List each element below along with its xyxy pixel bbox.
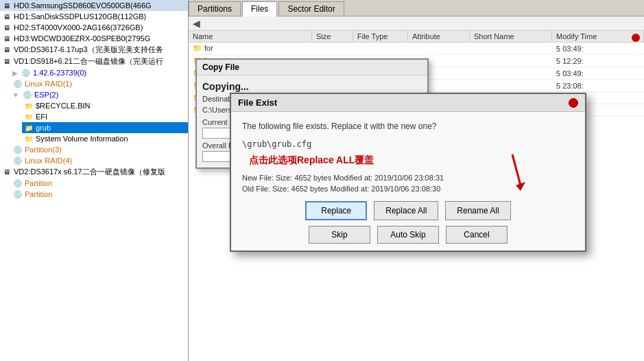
hdd-icon [1, 34, 12, 43]
folder-icon [23, 123, 34, 132]
tree-label: EFI [36, 113, 47, 121]
partition-icon: 💿 [12, 178, 23, 188]
tree-label: Linux RAID(4) [25, 156, 72, 165]
file-exist-close-button[interactable] [569, 98, 578, 108]
table-row[interactable]: 📁 for 5 03:49: [189, 43, 644, 55]
folder-icon [23, 134, 34, 143]
col-attribute: Attribute [408, 31, 470, 42]
right-panel: Partitions Files Sector Editor ◀ Name Si… [189, 0, 644, 361]
annotation-text: 点击此选项Replace ALL覆盖 [249, 154, 374, 167]
tab-sector-editor[interactable]: Sector Editor [278, 1, 344, 16]
tree-item-vd2[interactable]: VD2:DS3617x s6.17二合一硬盘镜像（修复版 [0, 166, 188, 178]
replace-all-button[interactable]: Replace All [374, 201, 438, 220]
file-exist-dialog: File Exist The following file exists. Re… [230, 93, 586, 252]
tree-label: HD1:SanDiskSSDPLUS120GB(112GB) [14, 12, 146, 21]
col-short-name: Short Name [470, 31, 552, 42]
tree-label: Partition [25, 179, 52, 187]
tree-item-vd0[interactable]: VD0:DS3617-6.17up3（完美版完美支持任务 [0, 44, 188, 56]
tree-item-hd1[interactable]: HD1:SanDiskSSDPLUS120GB(112GB) [0, 11, 188, 22]
tree-label: Partition [25, 190, 52, 198]
tree-label: HD3:WDCWD30EZRX-00SPEB0(2795G [14, 34, 150, 43]
tree-item-partition-vd2-1[interactable]: 💿 Partition [11, 178, 188, 189]
hdd-icon [1, 45, 12, 55]
column-header-row: Name Size File Type Attribute Short Name… [189, 31, 644, 43]
tree-label: VD1:DS918+6.21二合一磁盘镜像（完美运行 [14, 56, 163, 67]
tree-label: HD0:SamsungSSD860EVO500GB(466G [14, 1, 152, 10]
auto-skip-button[interactable]: Auto Skip [377, 226, 439, 244]
hdd-icon [1, 23, 12, 32]
hdd-icon [1, 57, 12, 67]
col-file-type: File Type [353, 31, 408, 42]
tree-item-grub[interactable]: grub [22, 122, 188, 133]
file-exist-buttons-row2: Skip Auto Skip Cancel [242, 226, 574, 244]
tab-partitions[interactable]: Partitions [189, 1, 241, 16]
tree-item-hd3[interactable]: HD3:WDCWD30EZRX-00SPEB0(2795G [0, 33, 188, 44]
folder-icon [23, 101, 34, 110]
partition-icon: 💿 [12, 145, 23, 154]
folder-icon [23, 112, 34, 121]
tree-item-system-vol[interactable]: System Volume Information [22, 133, 188, 144]
tab-files[interactable]: Files [242, 1, 277, 16]
tree-label: ESP(2) [34, 91, 58, 99]
svg-line-0 [512, 154, 521, 185]
tree-label: 1.42.6-23739(0) [33, 69, 86, 77]
tree-item-hd0[interactable]: HD0:SamsungSSD860EVO500GB(466G [0, 0, 188, 11]
tree-item-partition-3[interactable]: 💿 Partition(3) [11, 144, 188, 155]
tree-label: Linux RAID(1) [25, 80, 72, 88]
tree-item-efi[interactable]: EFI [22, 111, 188, 122]
tree-item-partition-0[interactable]: ▶ 💿 1.42.6-23739(0) [11, 67, 188, 78]
file-list-area: Name Size File Type Attribute Short Name… [189, 31, 644, 361]
col-size: Size [312, 31, 353, 42]
hdd-icon [1, 1, 12, 10]
nav-back-icon[interactable]: ◀ [193, 18, 200, 29]
tree-label: VD0:DS3617-6.17up3（完美版完美支持任务 [14, 45, 163, 55]
tree-label: $RECYCLE.BIN [36, 102, 90, 110]
file-exist-question: The following file exists. Replace it wi… [242, 121, 574, 131]
file-exist-body: The following file exists. Replace it wi… [231, 112, 585, 251]
file-exist-title: File Exist [238, 97, 277, 108]
hdd-icon [1, 167, 12, 177]
partition-icon: 💿 [21, 68, 32, 78]
file-exist-annotation: 点击此选项Replace ALL覆盖 [242, 154, 574, 167]
copy-dialog-title: Copy File [197, 60, 427, 75]
replace-button[interactable]: Replace [305, 201, 367, 220]
rename-all-button[interactable]: Rename All [445, 201, 510, 220]
partition-icon: 💿 [12, 189, 23, 199]
copy-dialog-title-text: Copy File [202, 62, 239, 72]
tree-item-esp-2[interactable]: ▼ 💿 ESP(2) [11, 89, 188, 100]
tree-label: System Volume Information [36, 135, 128, 143]
tree-label: grub [36, 124, 51, 132]
nav-bar: ◀ [189, 16, 644, 31]
file-tree-panel: HD0:SamsungSSD860EVO500GB(466G HD1:SanDi… [0, 0, 189, 361]
tree-label: VD2:DS3617x s6.17二合一硬盘镜像（修复版 [14, 167, 165, 177]
cancel-button[interactable]: Cancel [446, 226, 508, 244]
col-name: Name [189, 31, 312, 42]
arrow-icon [492, 151, 533, 192]
col-modify-time: Modify Time [552, 31, 644, 42]
hdd-icon [1, 12, 12, 21]
file-exist-filepath: \grub\grub.cfg [242, 139, 574, 149]
tree-label: Partition(3) [25, 145, 62, 154]
tree-item-vd1[interactable]: VD1:DS918+6.21二合一磁盘镜像（完美运行 [0, 56, 188, 67]
tree-item-linux-raid-4[interactable]: 💿 Linux RAID(4) [11, 155, 188, 166]
partition-icon: 💿 [12, 156, 23, 165]
tree-label: HD2:ST4000VX000-2AG166(3726GB) [14, 23, 143, 32]
tree-item-recycle-bin[interactable]: $RECYCLE.BIN [22, 100, 188, 111]
tab-bar: Partitions Files Sector Editor [189, 0, 644, 16]
copy-status-text: Copying... [202, 81, 422, 92]
tree-item-linux-raid-1[interactable]: 💿 Linux RAID(1) [11, 78, 188, 89]
file-exist-title-bar: File Exist [231, 94, 585, 112]
tree-item-partition-vd2-2[interactable]: 💿 Partition [11, 189, 188, 200]
skip-button[interactable]: Skip [309, 226, 370, 244]
file-exist-buttons-row1: Replace Replace All Rename All [242, 201, 574, 220]
tree-item-hd2[interactable]: HD2:ST4000VX000-2AG166(3726GB) [0, 22, 188, 33]
partition-icon: 💿 [12, 79, 23, 89]
status-dot [632, 34, 640, 42]
partition-icon: 💿 [22, 90, 33, 100]
